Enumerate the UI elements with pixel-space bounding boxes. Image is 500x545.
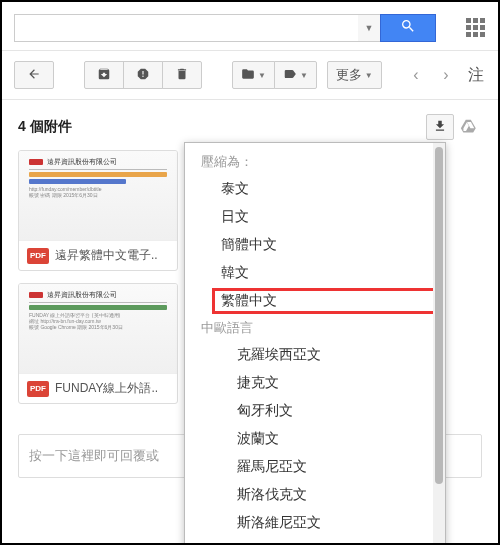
attachment-name: FUNDAY線上外語.. (55, 380, 158, 397)
spam-icon (136, 67, 150, 84)
action-toolbar: ▼ ▼ 更多 ▼ ‹ › 注 (2, 51, 498, 100)
dropdown-item[interactable]: 捷克文 (185, 369, 445, 397)
archive-icon (97, 67, 111, 84)
caret-down-icon: ▼ (365, 71, 373, 80)
attachment-card[interactable]: 遠昇資訊股份有限公司 FUNDAY 線上外語學習平台 (英中韓通用) 網址 ht… (18, 283, 178, 404)
dropdown-item[interactable]: 泰文 (185, 175, 445, 203)
attachments-header: 4 個附件 (2, 100, 498, 146)
reply-placeholder: 按一下這裡即可回覆或 (29, 448, 159, 463)
search-icon (400, 18, 416, 38)
attachment-card[interactable]: 遠昇資訊股份有限公司 http://funday.com/member/dbti… (18, 150, 178, 271)
move-to-button[interactable]: ▼ (232, 61, 275, 89)
dropdown-item[interactable]: 其他中歐語言 (185, 537, 445, 545)
dropdown-item[interactable]: 克羅埃西亞文 (185, 341, 445, 369)
dropdown-header: 壓縮為： (185, 149, 445, 175)
dropdown-item[interactable]: 匈牙利文 (185, 397, 445, 425)
download-all-button[interactable] (426, 114, 454, 140)
attachments-count: 4 個附件 (18, 118, 72, 136)
back-button[interactable] (14, 61, 54, 89)
search-options-dropdown[interactable]: ▼ (358, 14, 380, 42)
search-button[interactable] (380, 14, 436, 42)
dropdown-item[interactable]: 波蘭文 (185, 425, 445, 453)
download-icon (433, 119, 447, 136)
dropdown-item[interactable]: 斯洛維尼亞文 (185, 509, 445, 537)
more-menu-button[interactable]: 更多 ▼ (327, 61, 382, 89)
spam-button[interactable] (123, 61, 163, 89)
dropdown-item[interactable]: 繁體中文 (213, 289, 435, 313)
dropdown-scrollbar[interactable] (433, 143, 445, 545)
dropdown-item[interactable]: 羅馬尼亞文 (185, 453, 445, 481)
drive-icon (460, 117, 478, 135)
scrollbar-thumb[interactable] (435, 147, 443, 484)
label-icon (283, 67, 297, 84)
attachment-name: 遠昇繁體中文電子.. (55, 247, 158, 264)
labels-button[interactable]: ▼ (274, 61, 317, 89)
prev-button[interactable]: ‹ (406, 66, 426, 84)
top-bar: ▼ (2, 2, 498, 51)
save-to-drive-button[interactable] (460, 117, 482, 138)
dropdown-item[interactable]: 簡體中文 (185, 231, 445, 259)
caret-down-icon: ▼ (300, 71, 308, 80)
trash-icon (175, 67, 189, 84)
more-label: 更多 (336, 66, 362, 84)
dropdown-item[interactable]: 斯洛伐克文 (185, 481, 445, 509)
dropdown-item[interactable]: 日文 (185, 203, 445, 231)
next-button[interactable]: › (436, 66, 456, 84)
attachment-thumbnail: 遠昇資訊股份有限公司 FUNDAY 線上外語學習平台 (英中韓通用) 網址 ht… (19, 284, 177, 374)
back-arrow-icon (27, 67, 41, 84)
caret-down-icon: ▼ (258, 71, 266, 80)
search-input[interactable] (14, 14, 358, 42)
pdf-badge: PDF (27, 248, 49, 264)
settings-extra[interactable]: 注 (466, 65, 486, 86)
pdf-badge: PDF (27, 381, 49, 397)
encoding-dropdown: 壓縮為： 泰文日文簡體中文韓文繁體中文中歐語言克羅埃西亞文捷克文匈牙利文波蘭文羅… (184, 142, 446, 545)
apps-grid-icon[interactable] (466, 18, 486, 38)
attachment-thumbnail: 遠昇資訊股份有限公司 http://funday.com/member/dbti… (19, 151, 177, 241)
dropdown-item[interactable]: 韓文 (185, 259, 445, 287)
archive-button[interactable] (84, 61, 124, 89)
delete-button[interactable] (162, 61, 202, 89)
dropdown-section-label: 中歐語言 (185, 315, 445, 341)
folder-icon (241, 67, 255, 84)
